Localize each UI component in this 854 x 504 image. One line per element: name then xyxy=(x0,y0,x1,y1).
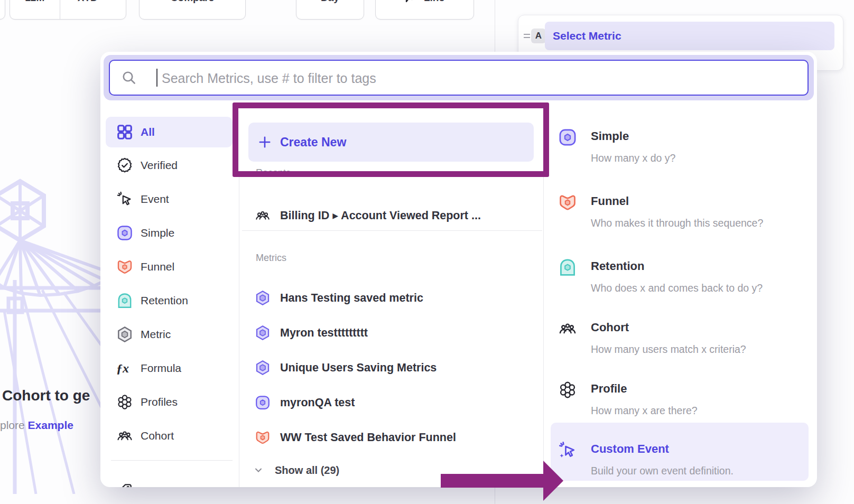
type-cohort-title[interactable]: Cohort xyxy=(591,321,629,334)
metrics-header: Metrics xyxy=(256,253,286,264)
type-retention-title[interactable]: Retention xyxy=(591,259,644,273)
line-chart-icon xyxy=(405,0,417,4)
cohort-icon[interactable] xyxy=(558,319,577,338)
sidebar-item-label: Formula xyxy=(141,362,181,375)
metric-hexagon-icon xyxy=(116,326,133,343)
select-metric-field[interactable]: Select Metric xyxy=(545,22,834,50)
custom-event-icon[interactable] xyxy=(558,441,577,460)
type-funnel-description: Who makes it through this sequence? xyxy=(591,217,763,229)
formula-icon: ƒx xyxy=(116,360,133,377)
metric-hexagon-icon xyxy=(255,360,271,376)
sidebar-item-all[interactable]: All xyxy=(106,117,233,147)
funnel-icon[interactable] xyxy=(558,193,577,212)
range-xtd-button[interactable]: XTD xyxy=(60,0,126,19)
line-label: Line xyxy=(424,0,444,4)
sidebar-item-label: All xyxy=(141,126,155,138)
saved-metric-item[interactable]: myronQA test xyxy=(248,391,534,414)
partial-button[interactable] xyxy=(0,0,5,20)
saved-metric-name: Myron testtttttttt xyxy=(280,326,368,340)
sidebar-item-label: Verified xyxy=(141,159,178,172)
funnel-icon xyxy=(255,430,271,445)
verified-badge-icon xyxy=(116,157,133,174)
background-wireframe-illustration xyxy=(0,177,106,494)
sidebar-item-cohort[interactable]: Cohort xyxy=(106,421,233,451)
search-field-frame xyxy=(109,60,809,96)
grid-icon xyxy=(116,124,133,141)
type-custom-event-title[interactable]: Custom Event xyxy=(591,442,669,456)
sidebar-item-funnel[interactable]: Funnel xyxy=(106,251,233,282)
retention-icon[interactable] xyxy=(558,258,577,277)
plus-icon xyxy=(258,135,272,149)
sidebar-column-divider xyxy=(239,111,239,487)
sidebar-item-label: T xyxy=(141,484,147,487)
sidebar-item-label: Retention xyxy=(141,294,188,307)
saved-metric-name: Unique Users Saving Metrics xyxy=(280,361,437,375)
saved-metric-item[interactable]: WW Test Saved Behavior Funnel xyxy=(248,426,534,449)
chevron-down-icon xyxy=(101,0,108,2)
explore-text-fragment: plore xyxy=(0,419,28,431)
simple-squircle-icon xyxy=(255,395,271,410)
compare-button[interactable]: Compare xyxy=(139,0,246,20)
show-all-label: Show all (29) xyxy=(275,464,339,477)
empty-state-headline-fragment: Cohort to ge xyxy=(2,387,90,404)
saved-metric-item[interactable]: Hans Testing saved metric xyxy=(248,286,534,310)
recent-item[interactable]: Billing ID ▸ Account Viewed Report ... xyxy=(248,204,534,227)
metric-picker-modal: All Verified Event Simple Funnel xyxy=(100,52,817,487)
range-12m-label: 12M xyxy=(25,0,44,4)
date-range-segmented-control: 12M XTD xyxy=(10,0,126,20)
simple-squircle-icon[interactable] xyxy=(558,128,577,147)
sidebar-item-event[interactable]: Event xyxy=(106,184,233,214)
type-funnel-title[interactable]: Funnel xyxy=(591,194,629,208)
sidebar-item-simple[interactable]: Simple xyxy=(106,218,233,248)
type-custom-event-description: Build your own event definition. xyxy=(591,465,734,477)
types-column-divider xyxy=(543,115,544,487)
search-icon xyxy=(120,69,137,86)
metric-hexagon-icon xyxy=(255,290,271,306)
compare-label: Compare xyxy=(171,0,214,4)
type-simple-description: How many x do y? xyxy=(591,152,675,164)
granularity-day-button[interactable]: Day xyxy=(296,0,364,20)
metric-search-input[interactable] xyxy=(161,62,797,95)
retention-icon xyxy=(116,292,133,309)
cohort-icon xyxy=(255,208,271,223)
sidebar-item-metric[interactable]: Metric xyxy=(106,319,233,350)
recents-header: Recents xyxy=(256,167,291,179)
sidebar-item-verified[interactable]: Verified xyxy=(106,150,233,181)
type-retention-description: Who does x and comes back to do y? xyxy=(591,282,763,294)
type-profile-description: How many x are there? xyxy=(591,405,698,417)
sidebar-item-overflow[interactable]: T xyxy=(106,475,233,487)
example-link[interactable]: Example xyxy=(28,419,73,431)
sidebar-item-label: Cohort xyxy=(141,430,174,442)
saved-metric-item[interactable]: Unique Users Saving Metrics xyxy=(248,356,534,379)
simple-squircle-icon xyxy=(116,225,133,241)
sidebar-item-label: Funnel xyxy=(141,260,174,273)
saved-metric-item[interactable]: Myron testtttttttt xyxy=(248,321,534,344)
chevron-down-icon xyxy=(254,465,263,475)
type-profile-title[interactable]: Profile xyxy=(591,382,627,396)
sidebar-item-formula[interactable]: ƒx Formula xyxy=(106,353,233,384)
text-cursor xyxy=(156,69,157,87)
recent-item-label: Billing ID ▸ Account Viewed Report ... xyxy=(280,209,481,222)
saved-metric-name: Hans Testing saved metric xyxy=(280,292,423,305)
range-12m-button[interactable]: 12M xyxy=(10,0,60,19)
show-all-toggle[interactable]: Show all (29) xyxy=(248,462,407,479)
sidebar-item-retention[interactable]: Retention xyxy=(106,285,233,316)
saved-metric-name: WW Test Saved Behavior Funnel xyxy=(280,431,456,444)
type-cohort-description: How many users match x criteria? xyxy=(591,343,746,356)
profiles-icon[interactable] xyxy=(558,380,577,399)
range-xtd-label: XTD xyxy=(78,0,98,4)
clause-letter-badge: A xyxy=(531,29,546,43)
chart-type-line-button[interactable]: Line xyxy=(375,0,474,20)
sidebar-item-label: Event xyxy=(141,193,169,206)
type-simple-title[interactable]: Simple xyxy=(591,129,629,143)
create-new-label: Create New xyxy=(280,135,346,150)
sidebar-item-label: Metric xyxy=(141,328,171,341)
drag-handle-icon[interactable] xyxy=(523,32,531,40)
sidebar-item-label: Profiles xyxy=(141,396,178,408)
sidebar-item-profiles[interactable]: Profiles xyxy=(106,387,233,417)
profiles-icon xyxy=(116,394,133,410)
create-new-button[interactable]: Create New xyxy=(248,123,534,162)
tag-icon xyxy=(116,482,133,487)
sidebar-section-divider xyxy=(111,460,233,461)
empty-state-explore-line: plore Example xyxy=(0,419,73,432)
